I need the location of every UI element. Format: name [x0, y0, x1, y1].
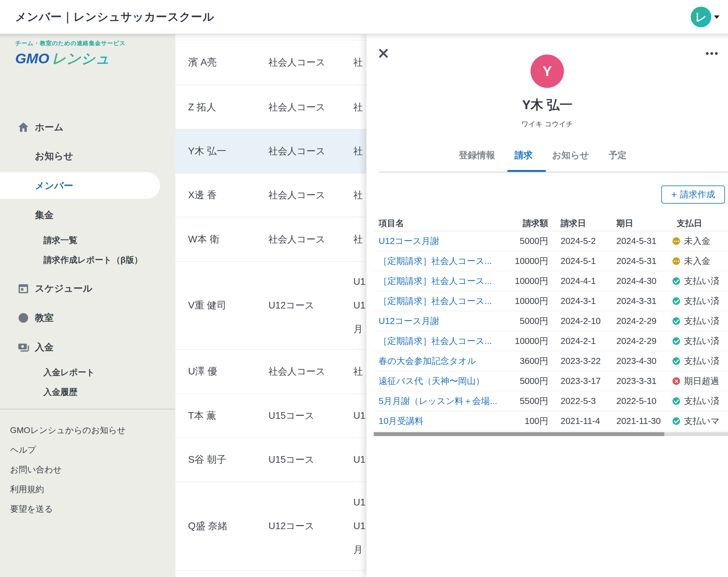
paid-icon	[673, 317, 680, 325]
sidebar-item-deposits[interactable]: 入金	[0, 337, 175, 357]
account-menu[interactable]: レ	[691, 7, 720, 27]
tabs-divider	[379, 172, 728, 172]
billing-row: ［定期請求］社会人コース... 10000円 2024-5-1 2024-5-3…	[374, 251, 728, 271]
overdue-icon	[673, 377, 680, 385]
close-icon[interactable]	[376, 46, 391, 61]
paid-icon	[673, 417, 680, 425]
horizontal-scrollbar	[374, 432, 728, 436]
billing-row: ［定期請求］社会人コース... 10000円 2024-2-1 2024-2-2…	[374, 331, 728, 351]
billing-row: 5月月謝（レッスン料＋会場... 5500円 2022-5-3 2022-5-1…	[374, 391, 728, 411]
brand-tagline: チーム・教室のための連絡集金サービス	[15, 39, 126, 47]
horizontal-scrollbar-thumb[interactable]	[374, 432, 664, 436]
caret-down-icon	[714, 16, 720, 19]
tab-news[interactable]: お知らせ	[552, 149, 589, 165]
sidebar-item-news[interactable]: お知らせ	[0, 146, 175, 166]
footer-link-terms[interactable]: 利用規約	[10, 482, 44, 497]
kebab-menu-icon[interactable]	[703, 47, 721, 59]
sidebar-item-schedule[interactable]: スケジュール	[0, 279, 175, 298]
billing-row: ［定期請求］社会人コース... 10000円 2024-3-1 2024-3-3…	[374, 291, 728, 311]
paid-icon	[673, 357, 680, 365]
sidebar-item-classroom[interactable]: 教室	[0, 308, 175, 328]
tab-schedule[interactable]: 予定	[608, 149, 627, 165]
paid-icon	[673, 297, 680, 305]
footer-link-gmo-news[interactable]: GMOレンシュからのお知らせ	[10, 423, 126, 438]
page-title: メンバー｜レンシュサッカースクール	[15, 0, 214, 34]
create-invoice-button[interactable]: + 請求作成	[661, 186, 725, 204]
sidebar-item-members[interactable]: メンバー	[0, 176, 175, 195]
sidebar-item-collection[interactable]: 集金	[0, 205, 175, 225]
billing-table-header: 項目名 請求額 請求日 期日 支払日	[374, 216, 728, 231]
pending-icon	[673, 237, 680, 245]
classroom-icon	[17, 311, 30, 325]
member-name: Y木 弘一	[366, 97, 728, 113]
billing-row: 遠征バス代（天神〜岡山） 5000円 2023-3-17 2023-3-31 期…	[374, 371, 728, 391]
brand-logo-text: GMO レンシュ	[15, 49, 126, 68]
home-icon	[17, 120, 30, 134]
invoice-link[interactable]: 春の大会参加記念タオル	[379, 355, 476, 367]
sidebar: チーム・教室のための連絡集金サービス GMO レンシュ ホーム お知らせ メンバ…	[0, 34, 175, 577]
sidebar-divider	[0, 409, 175, 409]
billing-row: 春の大会参加記念タオル 3600円 2023-3-22 2023-4-30 支払…	[374, 351, 728, 371]
footer-link-contact[interactable]: お問い合わせ	[10, 462, 62, 477]
tab-billing[interactable]: 請求	[515, 149, 532, 165]
billing-row: U12コース月謝 5000円 2024-2-10 2024-2-29 支払い済	[374, 311, 728, 331]
sidebar-item-home[interactable]: ホーム	[0, 117, 175, 137]
billing-row: 10月受講料 100円 2021-11-4 2021-11-30 支払いマ	[374, 411, 728, 431]
paid-icon	[673, 337, 680, 345]
sidebar-item-deposit-report[interactable]: 入金レポート	[0, 363, 175, 382]
member-avatar: Y	[530, 55, 564, 88]
member-furigana: ワイキ コウイチ	[366, 119, 728, 129]
billing-row: U12コース月謝 5000円 2024-5-2 2024-5-31 未入金	[374, 231, 728, 251]
active-tab-underline	[507, 170, 546, 172]
invoice-link[interactable]: 10月受講料	[379, 415, 423, 427]
app-header: メンバー｜レンシュサッカースクール レ	[0, 0, 728, 34]
invoice-link[interactable]: U12コース月謝	[379, 315, 439, 327]
footer-link-feedback[interactable]: 要望を送る	[10, 501, 53, 517]
payments-icon	[17, 340, 30, 354]
sidebar-item-deposit-history[interactable]: 入金履歴	[0, 382, 175, 402]
member-detail-panel: Y Y木 弘一 ワイキ コウイチ 登録情報 請求 お知らせ 予定 + 請求作成 …	[366, 34, 728, 577]
sidebar-item-invoice-report[interactable]: 請求作成レポート（β版）	[0, 250, 175, 270]
brand-logo[interactable]: チーム・教室のための連絡集金サービス GMO レンシュ	[15, 39, 126, 68]
invoice-link[interactable]: U12コース月謝	[379, 235, 439, 247]
detail-tabs: 登録情報 請求 お知らせ 予定	[459, 149, 627, 165]
billing-table: 項目名 請求額 請求日 期日 支払日 U12コース月謝 5000円 2024-5…	[374, 216, 728, 431]
renshu-logo-text: レンシュ	[52, 49, 110, 68]
account-avatar[interactable]: レ	[691, 7, 711, 27]
footer-link-help[interactable]: ヘルプ	[10, 442, 36, 458]
tab-registration-info[interactable]: 登録情報	[459, 149, 495, 165]
pending-icon	[673, 257, 680, 265]
gmo-logo-text: GMO	[15, 50, 49, 67]
sidebar-item-invoice-list[interactable]: 請求一覧	[0, 230, 175, 250]
billing-row: ［定期請求］社会人コース... 10000円 2024-4-1 2024-4-3…	[374, 271, 728, 291]
calendar-icon	[17, 281, 30, 296]
paid-icon	[673, 277, 680, 285]
paid-icon	[673, 397, 680, 405]
plus-icon: +	[671, 190, 677, 199]
